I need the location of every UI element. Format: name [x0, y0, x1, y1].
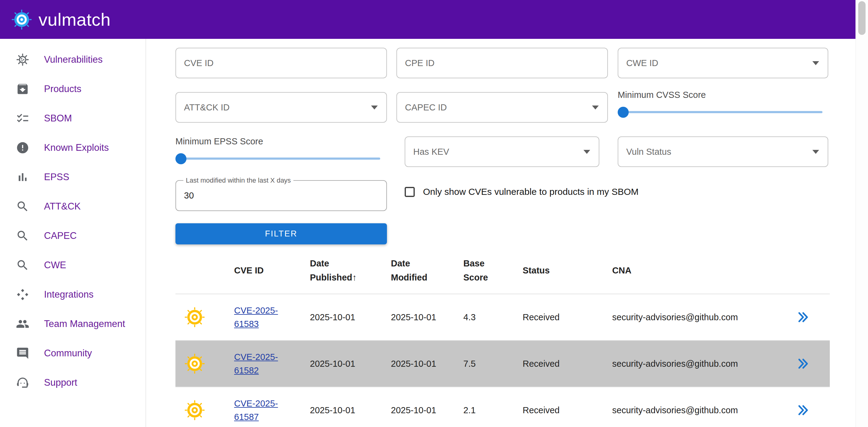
attack-id-select[interactable]: ATT&CK ID	[176, 92, 387, 123]
search-icon	[16, 258, 29, 272]
people-icon	[16, 317, 29, 331]
sidebar-item-label: ATT&CK	[44, 201, 81, 212]
sidebar-item-label: Vulnerabilities	[44, 54, 103, 65]
attack-id-label: ATT&CK ID	[184, 103, 229, 113]
main-content: CVE ID CPE ID CWE ID ATT&CK ID CAPEC ID …	[146, 39, 856, 427]
sidebar-item-cwe[interactable]: CWE	[0, 251, 146, 280]
last-modified-input[interactable]: Last modified within the last X days 30	[176, 180, 387, 211]
min-epss-label: Minimum EPSS Score	[176, 136, 380, 146]
date-modified-cell: 2025-10-01	[391, 359, 463, 369]
integrations-icon	[16, 288, 29, 301]
base-score-cell: 4.3	[463, 312, 523, 322]
sidebar-item-known-exploits[interactable]: Known Exploits	[0, 133, 146, 163]
filter-button[interactable]: FILTER	[176, 223, 387, 245]
sbom-only-filter: Only show CVEs vulnerable to products in…	[405, 182, 639, 201]
sidebar-item-sbom[interactable]: SBOM	[0, 104, 146, 133]
brand-logo[interactable]: vulmatch	[0, 9, 111, 30]
chevron-down-icon	[812, 61, 819, 65]
status-cell: Received	[523, 359, 612, 369]
cna-cell: security-advisories@github.com	[612, 359, 776, 369]
sidebar-item-capec[interactable]: CAPEC	[0, 221, 146, 251]
base-score-cell: 7.5	[463, 359, 523, 369]
alert-circle-icon	[16, 141, 29, 154]
bar-chart-icon	[16, 170, 29, 184]
sbom-only-checkbox[interactable]	[405, 187, 415, 197]
sidebar: Vulnerabilities Products SBOM Known Expl…	[0, 39, 146, 427]
sidebar-item-team-management[interactable]: Team Management	[0, 309, 146, 339]
table-row[interactable]: CVE-2025-61582 2025-10-01 2025-10-01 7.5…	[176, 341, 830, 387]
scrollbar-thumb[interactable]	[858, 1, 866, 35]
capec-id-select[interactable]: CAPEC ID	[396, 92, 608, 123]
table-row[interactable]: CVE-2025-61587 2025-10-01 2025-10-01 2.1…	[176, 387, 830, 427]
status-cell: Received	[523, 312, 612, 322]
double-arrow-icon[interactable]	[796, 403, 810, 417]
vuln-status-label: Vuln Status	[626, 147, 671, 157]
sidebar-item-epss[interactable]: EPSS	[0, 163, 146, 192]
cve-table: CVE ID Date Published↑ Date Modified Bas…	[176, 247, 830, 427]
has-kev-select[interactable]: Has KEV	[405, 136, 599, 167]
app-header: vulmatch	[0, 0, 856, 39]
scrollbar-track	[856, 0, 868, 427]
sort-asc-icon: ↑	[352, 273, 357, 282]
comment-icon	[16, 346, 29, 360]
col-header-date-published[interactable]: Date Published↑	[310, 256, 391, 284]
slider-rail[interactable]	[618, 111, 823, 113]
sidebar-item-vulnerabilities[interactable]: Vulnerabilities	[0, 45, 146, 74]
col-header-cve-id[interactable]: CVE ID	[234, 263, 310, 278]
min-cvss-slider[interactable]	[618, 107, 823, 118]
min-epss-filter: Minimum EPSS Score	[176, 136, 380, 164]
search-icon	[16, 200, 29, 213]
col-header-base-score[interactable]: Base Score	[463, 256, 523, 284]
cve-link[interactable]: CVE-2025-61587	[234, 397, 287, 424]
min-cvss-label: Minimum CVSS Score	[618, 90, 823, 100]
sidebar-item-products[interactable]: Products	[0, 74, 146, 104]
sidebar-item-attack[interactable]: ATT&CK	[0, 192, 146, 221]
support-icon	[16, 376, 29, 389]
sidebar-item-label: CAPEC	[44, 230, 77, 241]
cve-link[interactable]: CVE-2025-61583	[234, 304, 287, 331]
cna-cell: security-advisories@github.com	[612, 312, 776, 322]
sidebar-item-integrations[interactable]: Integrations	[0, 280, 146, 309]
vuln-status-select[interactable]: Vuln Status	[618, 136, 828, 167]
date-published-cell: 2025-10-01	[310, 312, 391, 322]
sidebar-item-label: Known Exploits	[44, 142, 109, 153]
col-header-status[interactable]: Status	[523, 263, 612, 278]
min-epss-slider[interactable]	[176, 153, 380, 164]
sidebar-item-support[interactable]: Support	[0, 368, 146, 397]
col-header-date-modified[interactable]: Date Modified	[391, 256, 463, 284]
sidebar-item-label: Support	[44, 377, 77, 388]
cve-id-input[interactable]: CVE ID	[176, 48, 387, 78]
sidebar-item-label: Products	[44, 84, 81, 94]
sidebar-item-label: EPSS	[44, 172, 69, 182]
chevron-down-icon	[584, 150, 590, 154]
sidebar-item-community[interactable]: Community	[0, 339, 146, 368]
status-cell: Received	[523, 405, 612, 416]
archive-icon	[16, 82, 29, 96]
slider-thumb[interactable]	[618, 107, 629, 118]
slider-thumb[interactable]	[176, 153, 186, 164]
sbom-only-checkbox-label: Only show CVEs vulnerable to products in…	[423, 187, 639, 197]
chevron-down-icon	[592, 106, 599, 110]
vulnerability-bullseye-icon	[185, 353, 205, 374]
double-arrow-icon[interactable]	[796, 310, 810, 324]
sidebar-item-label: Team Management	[44, 318, 125, 330]
table-header-row: CVE ID Date Published↑ Date Modified Bas…	[176, 247, 830, 294]
last-modified-value: 30	[176, 181, 386, 210]
date-modified-cell: 2025-10-01	[391, 405, 463, 416]
cna-cell: security-advisories@github.com	[612, 405, 776, 416]
last-modified-label: Last modified within the last X days	[183, 176, 293, 184]
cve-id-label: CVE ID	[184, 58, 214, 68]
bullseye-logo-icon	[11, 9, 32, 30]
sidebar-item-label: Integrations	[44, 289, 94, 300]
cpe-id-input[interactable]: CPE ID	[396, 48, 608, 78]
double-arrow-icon[interactable]	[796, 357, 810, 371]
slider-rail[interactable]	[176, 158, 380, 160]
brand-name: vulmatch	[38, 9, 111, 30]
chevron-down-icon	[371, 106, 378, 110]
cwe-id-select[interactable]: CWE ID	[618, 48, 828, 78]
col-header-cna[interactable]: CNA	[612, 263, 776, 278]
table-row[interactable]: CVE-2025-61583 2025-10-01 2025-10-01 4.3…	[176, 294, 830, 341]
sidebar-item-label: SBOM	[44, 113, 72, 124]
cve-link[interactable]: CVE-2025-61582	[234, 350, 287, 377]
has-kev-label: Has KEV	[413, 147, 449, 157]
